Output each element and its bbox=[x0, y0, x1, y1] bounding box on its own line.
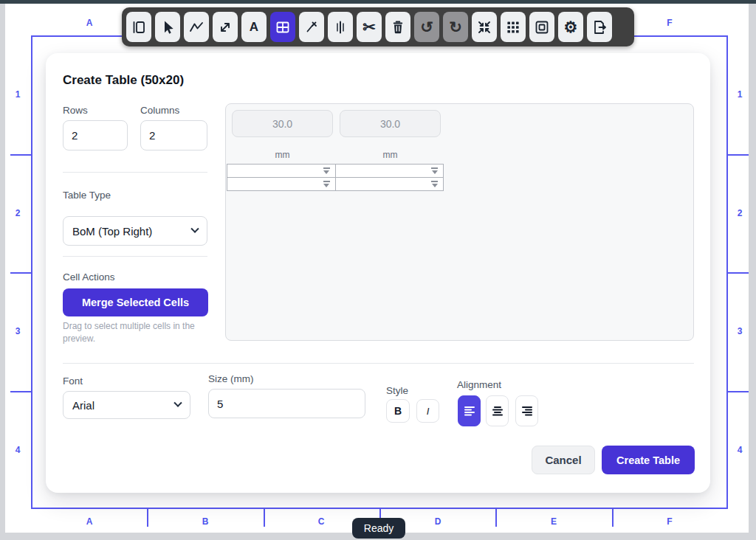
zone-tick bbox=[728, 391, 749, 392]
font-value: Arial bbox=[72, 399, 94, 412]
trash-icon bbox=[389, 18, 407, 36]
frame-col-label: A bbox=[86, 516, 93, 527]
table-icon bbox=[274, 18, 292, 36]
size-input[interactable] bbox=[208, 389, 365, 418]
bold-button[interactable]: B bbox=[386, 399, 410, 423]
redo-icon: ↻ bbox=[449, 19, 462, 35]
cell-dropdown-icon bbox=[431, 167, 438, 174]
window-top-strip bbox=[0, 0, 756, 4]
zone-tick bbox=[10, 272, 31, 274]
zone-tick bbox=[264, 509, 265, 527]
frame-col-label: E bbox=[551, 516, 557, 527]
mirror-icon bbox=[331, 18, 349, 36]
export-button[interactable] bbox=[587, 12, 612, 42]
preview-cell[interactable] bbox=[336, 178, 444, 190]
cell-dropdown-icon bbox=[431, 181, 438, 187]
table-button[interactable] bbox=[270, 12, 295, 42]
rows-input[interactable] bbox=[63, 120, 128, 150]
frame-icon bbox=[533, 18, 551, 36]
zone-tick bbox=[495, 509, 497, 527]
frame-col-label: B bbox=[202, 516, 209, 527]
align-right-icon bbox=[520, 404, 534, 418]
col-width-input-2[interactable] bbox=[340, 110, 441, 137]
undo-button[interactable]: ↺ bbox=[414, 12, 439, 42]
diagonal-arrow-icon bbox=[216, 18, 234, 36]
grid-icon bbox=[504, 18, 522, 36]
frame-col-label: F bbox=[667, 18, 672, 28]
zone-tick bbox=[728, 154, 749, 156]
chevron-down-icon bbox=[173, 399, 182, 407]
alignment-label: Alignment bbox=[457, 379, 501, 390]
cell-actions-label: Cell Actions bbox=[63, 271, 115, 283]
dimension-button[interactable] bbox=[213, 12, 238, 42]
export-icon bbox=[591, 18, 608, 36]
frame-row-label: 3 bbox=[738, 326, 743, 336]
merge-hint-text: Drag to select multiple cells in the pre… bbox=[63, 320, 214, 346]
frame-row-label: 4 bbox=[738, 445, 743, 455]
picker-icon bbox=[303, 18, 320, 36]
zone-tick bbox=[10, 391, 31, 392]
zone-tick bbox=[10, 154, 31, 156]
table-type-select[interactable]: BoM (Top Right) bbox=[63, 216, 207, 246]
italic-icon: I bbox=[427, 406, 430, 417]
columns-input[interactable] bbox=[140, 120, 207, 150]
frame-row-label: 3 bbox=[16, 326, 21, 336]
frame-col-label: C bbox=[318, 516, 325, 527]
polyline-icon bbox=[188, 18, 205, 36]
redo-button[interactable]: ↻ bbox=[443, 12, 468, 42]
unit-label: mm bbox=[232, 150, 333, 160]
delete-button[interactable] bbox=[385, 12, 410, 42]
align-left-icon bbox=[463, 404, 476, 418]
picker-button[interactable] bbox=[299, 12, 324, 42]
font-select[interactable]: Arial bbox=[63, 391, 190, 419]
preview-cell[interactable] bbox=[227, 178, 335, 190]
frame-row-label: 4 bbox=[16, 445, 21, 455]
zone-tick bbox=[612, 509, 614, 527]
settings-button[interactable]: ⚙ bbox=[558, 12, 583, 42]
frame-row-label: 2 bbox=[16, 208, 21, 218]
preview-cell[interactable] bbox=[227, 165, 335, 177]
undo-icon: ↺ bbox=[420, 19, 433, 35]
zone-tick bbox=[728, 272, 749, 274]
italic-button[interactable]: I bbox=[416, 399, 439, 423]
unit-label: mm bbox=[340, 150, 441, 160]
text-button[interactable]: A bbox=[241, 12, 267, 42]
style-label: Style bbox=[386, 385, 408, 396]
frame-row-label: 1 bbox=[738, 89, 743, 100]
cut-button[interactable]: ✂ bbox=[357, 12, 382, 42]
divider bbox=[63, 363, 694, 364]
create-table-dialog: Create Table (50x20) Rows Columns Table … bbox=[46, 53, 710, 493]
cell-dropdown-icon bbox=[323, 167, 330, 174]
table-type-value: BoM (Top Right) bbox=[72, 225, 152, 238]
cell-dropdown-icon bbox=[323, 181, 330, 187]
align-center-button[interactable] bbox=[486, 395, 509, 426]
preview-grid bbox=[227, 164, 444, 191]
align-right-button[interactable] bbox=[515, 395, 538, 426]
select-button[interactable] bbox=[155, 12, 180, 42]
size-label: Size (mm) bbox=[208, 373, 254, 384]
clone-button[interactable] bbox=[126, 12, 151, 42]
text-icon: A bbox=[250, 21, 258, 33]
columns-label: Columns bbox=[140, 105, 179, 116]
preview-cell[interactable] bbox=[336, 165, 444, 177]
align-left-button[interactable] bbox=[458, 395, 481, 426]
fit-view-button[interactable] bbox=[472, 12, 497, 42]
divider bbox=[63, 256, 207, 257]
cancel-button[interactable]: Cancel bbox=[532, 446, 595, 474]
status-badge: Ready bbox=[352, 518, 405, 539]
grid-button[interactable] bbox=[501, 12, 526, 42]
fit-view-icon bbox=[475, 18, 493, 36]
mirror-button[interactable] bbox=[328, 12, 353, 42]
polyline-button[interactable] bbox=[184, 12, 209, 42]
table-type-label: Table Type bbox=[63, 190, 111, 201]
frame-col-label: F bbox=[667, 516, 672, 527]
dialog-title: Create Table (50x20) bbox=[63, 73, 184, 88]
create-table-button[interactable]: Create Table bbox=[602, 446, 695, 474]
frame-button[interactable] bbox=[529, 12, 554, 42]
font-label: Font bbox=[63, 375, 83, 387]
frame-col-label: D bbox=[435, 516, 441, 527]
chevron-down-icon bbox=[190, 225, 199, 233]
col-width-input-1[interactable] bbox=[232, 110, 333, 137]
rows-label: Rows bbox=[63, 105, 88, 116]
merge-cells-button[interactable]: Merge Selected Cells bbox=[63, 288, 208, 316]
